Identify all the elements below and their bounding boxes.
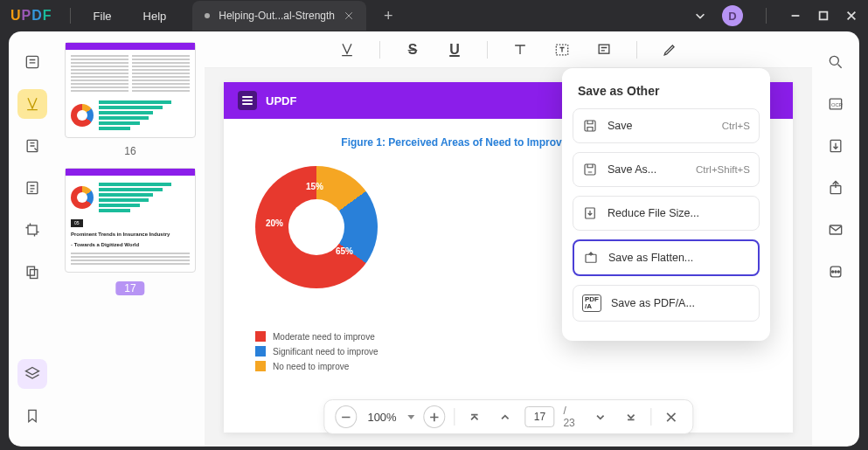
svg-rect-4: [28, 225, 37, 234]
zoom-out-button[interactable]: [335, 405, 357, 428]
svg-rect-10: [585, 164, 595, 175]
thumb-label-16: 16: [65, 145, 196, 157]
highlighter-icon[interactable]: [337, 40, 357, 59]
comment-tool[interactable]: [17, 89, 47, 119]
svg-point-22: [837, 271, 839, 273]
svg-rect-9: [585, 121, 595, 131]
donut-pct-65: 65%: [336, 246, 353, 256]
close-tab-icon[interactable]: [344, 10, 354, 21]
tab-title: Helping-Out...al-Strength: [219, 10, 335, 22]
popover-title: Save as Other: [578, 84, 754, 98]
flatten-icon: [583, 250, 599, 266]
svg-rect-5: [27, 267, 34, 275]
donut-chart: 15% 20% 65%: [255, 166, 378, 288]
donut-pct-15: 15%: [306, 182, 323, 191]
page-navigation: 100% / 23: [323, 399, 693, 434]
maximize-icon[interactable]: [817, 10, 830, 22]
last-page-button[interactable]: [620, 405, 642, 428]
organize-tool[interactable]: [17, 173, 47, 203]
chevron-down-icon[interactable]: [694, 10, 706, 22]
copy-tool[interactable]: [17, 257, 47, 287]
svg-rect-6: [31, 270, 38, 279]
underline-icon[interactable]: U: [445, 40, 464, 59]
reduce-file-size-button[interactable]: Reduce File Size...: [573, 196, 760, 231]
thumbnail-panel: 16 05 Prominent Trends in Insurance Indu…: [56, 31, 205, 447]
save-as-icon: [582, 162, 598, 177]
first-page-button[interactable]: [463, 405, 485, 428]
user-avatar[interactable]: D: [722, 5, 743, 26]
layers-tool[interactable]: [17, 359, 47, 389]
save-icon: [582, 118, 598, 134]
pdfa-icon: PDF/A: [582, 294, 601, 312]
page-total: / 23: [563, 405, 580, 429]
ocr-button[interactable]: OCR: [821, 89, 851, 119]
menu-help[interactable]: Help: [128, 10, 183, 23]
save-as-other-popover: Save as Other SaveCtrl+S Save As...Ctrl+…: [562, 68, 770, 341]
note-icon[interactable]: [594, 40, 614, 59]
left-toolbar: [9, 31, 56, 447]
save-as-button[interactable]: Save As...Ctrl+Shift+S: [573, 152, 760, 187]
annotation-toolbar: S U: [205, 31, 812, 68]
svg-point-13: [830, 56, 838, 65]
svg-rect-8: [599, 45, 609, 53]
svg-text:OCR: OCR: [831, 102, 843, 107]
close-nav-button[interactable]: [660, 405, 682, 428]
minimize-icon[interactable]: [789, 10, 802, 22]
menu-file[interactable]: File: [78, 10, 128, 23]
zoom-in-button[interactable]: [423, 405, 445, 428]
workspace: 16 05 Prominent Trends in Insurance Indu…: [9, 31, 859, 447]
titlebar: UPDF File Help Helping-Out...al-Strength…: [0, 0, 868, 31]
svg-point-20: [835, 271, 837, 273]
email-button[interactable]: [821, 215, 851, 245]
svg-point-21: [832, 271, 834, 273]
convert-button[interactable]: [821, 131, 851, 161]
pencil-icon[interactable]: [660, 40, 679, 59]
right-toolbar: OCR: [812, 31, 859, 447]
svg-rect-1: [26, 56, 38, 67]
svg-rect-0: [820, 12, 828, 20]
strikethrough-icon[interactable]: S: [403, 40, 422, 59]
next-page-button[interactable]: [589, 405, 611, 428]
save-button[interactable]: SaveCtrl+S: [573, 108, 760, 143]
thumb-label-17: 17: [115, 281, 144, 295]
page-input[interactable]: [524, 406, 554, 427]
save-as-flatten-button[interactable]: Save as Flatten...: [573, 239, 760, 276]
document-tab[interactable]: Helping-Out...al-Strength: [192, 1, 366, 31]
new-tab-button[interactable]: +: [384, 7, 393, 25]
thumbnail-16[interactable]: [65, 42, 196, 138]
textbox-icon[interactable]: [552, 40, 572, 59]
prev-page-button[interactable]: [494, 405, 516, 428]
zoom-value: 100%: [365, 411, 399, 424]
thumbnail-17[interactable]: 05 Prominent Trends in Insurance Industr…: [65, 168, 196, 273]
reader-tool[interactable]: [17, 47, 47, 77]
save-as-pdfa-button[interactable]: PDF/A Save as PDF/A...: [573, 285, 760, 322]
text-icon[interactable]: [510, 40, 530, 59]
app-logo: UPDF: [10, 8, 52, 24]
reduce-size-icon: [582, 205, 598, 221]
edit-tool[interactable]: [17, 131, 47, 161]
search-button[interactable]: [821, 47, 851, 77]
close-window-icon[interactable]: [845, 10, 858, 22]
donut-pct-20: 20%: [266, 218, 283, 228]
bookmark-tool[interactable]: [17, 401, 47, 431]
zoom-dropdown[interactable]: [407, 415, 414, 419]
share-button[interactable]: [821, 173, 851, 203]
crop-tool[interactable]: [17, 215, 47, 245]
more-button[interactable]: [821, 257, 851, 287]
main-area: S U UPDF Figure 1: Perceived Areas of Ne…: [205, 31, 812, 447]
